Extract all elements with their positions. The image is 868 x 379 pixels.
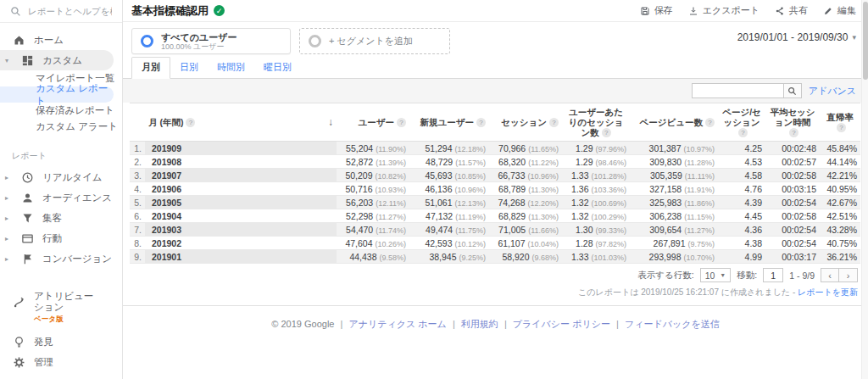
help-icon[interactable]: ? [186, 118, 195, 127]
metrics-table: 月 (年間) ? ↓ ユーザー? 新規ユーザー? セッション? ユーザーあたりの… [130, 103, 860, 264]
edit-button[interactable]: 編集 [823, 4, 856, 17]
title-actions: 保存 エクスポート 共有 [640, 4, 856, 17]
sidebar-bottom: アトリビューション ベータ版 発見 管理 [0, 289, 122, 379]
share-icon [775, 6, 785, 16]
sidebar-item-acquisition[interactable]: ▸ 集客 [0, 208, 122, 228]
table-row: 4.20190650,716 (10.93%)46,136 (10.96%)68… [130, 182, 860, 196]
segment-all-users[interactable]: すべてのユーザー 100.00% ユーザー [131, 28, 291, 54]
sidebar-item-label: オーディエンス [42, 192, 112, 204]
sidebar-item-conversions[interactable]: ▸ コンバージョン [0, 248, 122, 269]
rows-per-page-select[interactable]: 10 ▼ [700, 268, 732, 282]
month-cell[interactable]: 201903 [145, 223, 337, 237]
month-column-header[interactable]: 月 (年間) ? ↓ [145, 103, 337, 142]
help-icon[interactable]: ? [549, 118, 559, 127]
users-cell: 47,604 (10.26%) [337, 237, 409, 250]
share-button[interactable]: 共有 [775, 4, 808, 17]
tab-daily[interactable]: 日別 [170, 58, 208, 78]
sidebar-item-label: カスタム レポート [36, 82, 114, 108]
tab-monthly[interactable]: 月別 [131, 57, 170, 79]
new-users-column-header[interactable]: 新規ユーザー? [409, 103, 489, 142]
previous-page-button[interactable]: ‹ [821, 268, 839, 282]
sidebar-item-custom-alerts[interactable]: カスタム アラート [0, 119, 122, 135]
pageviews-cell: 267,891 (9.75%) [630, 237, 718, 250]
footer-link-privacy[interactable]: プライバシー ポリシー [513, 319, 610, 329]
sidebar-item-discover[interactable]: 発見 [0, 332, 122, 352]
sidebar-item-custom[interactable]: ▾ カスタム [0, 50, 114, 70]
bounce-cell: 40.95% [820, 182, 860, 196]
footer-link-terms[interactable]: 利用規約 [461, 319, 498, 329]
granularity-tabs: 月別 日別 時間別 曜日別 [123, 58, 868, 79]
sessions-per-user-cell: 1.29 (98.46%) [562, 155, 630, 169]
sidebar-item-label: 発見 [34, 336, 53, 348]
help-icon[interactable]: ? [705, 118, 715, 127]
goto-page-input[interactable] [763, 268, 783, 282]
pages-per-session-column-header[interactable]: ページ/セッション? [718, 103, 765, 142]
avg-duration-cell: 00:03:15 [765, 182, 820, 196]
table-search [692, 83, 802, 98]
sidebar-item-custom-reports[interactable]: カスタム レポート [0, 86, 114, 103]
sessions-cell: 74,268 (12.20%) [489, 196, 562, 209]
footer-link-feedback[interactable]: フィードバックを送信 [625, 319, 720, 329]
users-column-header[interactable]: ユーザー? [337, 103, 409, 142]
help-icon[interactable]: ? [789, 128, 798, 137]
sort-descending-icon[interactable]: ↓ [328, 117, 333, 127]
month-cell[interactable]: 201907 [145, 169, 337, 182]
sidebar-item-attribution[interactable]: アトリビューション ベータ版 [0, 289, 122, 325]
custom-reports-icon [20, 54, 34, 67]
sessions-per-user-cell: 1.33 (101.03%) [562, 250, 630, 264]
avg-duration-column-header[interactable]: 平均セッション時間? [765, 103, 820, 142]
month-cell[interactable]: 201908 [145, 155, 337, 169]
add-segment-button[interactable]: + セグメントを追加 [299, 28, 450, 54]
tab-weekday[interactable]: 曜日別 [254, 58, 301, 78]
table-search-button[interactable] [783, 83, 802, 98]
pageviews-cell: 327,158 (11.91%) [630, 182, 718, 196]
month-cell[interactable]: 201906 [145, 182, 337, 196]
footer-link-analytics-home[interactable]: アナリティクス ホーム [348, 319, 446, 329]
month-cell[interactable]: 201905 [145, 196, 337, 209]
help-icon[interactable]: ? [397, 118, 406, 127]
sessions-column-header[interactable]: セッション? [489, 103, 562, 142]
sessions-cell: 68,789 (11.30%) [489, 182, 562, 196]
segment-name: すべてのユーザー [161, 32, 237, 42]
pageviews-column-header[interactable]: ページビュー数? [630, 103, 718, 142]
beta-badge: ベータ版 [34, 315, 63, 323]
bounce-cell: 42.51% [820, 209, 860, 223]
sidebar-item-behavior[interactable]: ▸ 行動 [0, 228, 122, 248]
month-cell[interactable]: 201904 [145, 209, 337, 223]
lightbulb-icon [12, 336, 25, 348]
month-cell[interactable]: 201909 [145, 142, 337, 155]
next-page-button[interactable]: › [839, 268, 858, 282]
date-range-selector[interactable]: 2019/01/01 - 2019/09/30 ▾ [737, 28, 856, 43]
help-icon[interactable]: ? [602, 128, 611, 137]
bounce-column-header[interactable]: 直帰率? [820, 103, 860, 142]
sidebar-item-admin[interactable]: 管理 [0, 352, 122, 372]
new-users-cell: 48,729 (11.57%) [409, 155, 489, 169]
month-cell[interactable]: 201902 [145, 237, 337, 250]
sidebar-item-home[interactable]: ホーム [0, 30, 122, 50]
sidebar-search[interactable] [0, 0, 122, 23]
table-search-input[interactable] [692, 83, 783, 98]
rows-per-page-label: 表示する行数: [637, 270, 693, 281]
save-button[interactable]: 保存 [640, 4, 673, 17]
help-icon[interactable]: ? [476, 118, 486, 127]
tab-hourly[interactable]: 時間別 [208, 58, 254, 78]
row-index: 9. [130, 250, 145, 264]
help-icon[interactable]: ? [738, 128, 748, 137]
month-cell[interactable]: 201901 [145, 250, 337, 264]
sidebar-item-label: リアルタイム [42, 171, 103, 184]
pageviews-cell: 306,238 (11.15%) [630, 209, 718, 223]
page-scrollbar[interactable] [861, 0, 868, 379]
behavior-window-icon [20, 232, 34, 245]
scrollbar-thumb[interactable] [863, 2, 868, 80]
refresh-report-link[interactable]: レポートを更新 [798, 287, 858, 297]
sidebar-search-input[interactable] [28, 6, 112, 16]
advanced-filter-link[interactable]: アドバンス [809, 85, 856, 98]
sidebar-item-saved-reports[interactable]: 保存済みレポート [0, 103, 122, 119]
sessions-per-user-column-header[interactable]: ユーザーあたりのセッション数? [562, 103, 630, 142]
sidebar-item-audience[interactable]: ▸ オーディエンス [0, 187, 122, 208]
sidebar-item-realtime[interactable]: ▸ リアルタイム [0, 167, 122, 187]
row-index: 4. [130, 182, 145, 196]
export-button[interactable]: エクスポート [688, 4, 760, 17]
sessions-cell: 70,966 (11.65%) [489, 142, 562, 155]
help-icon[interactable]: ? [837, 123, 846, 132]
